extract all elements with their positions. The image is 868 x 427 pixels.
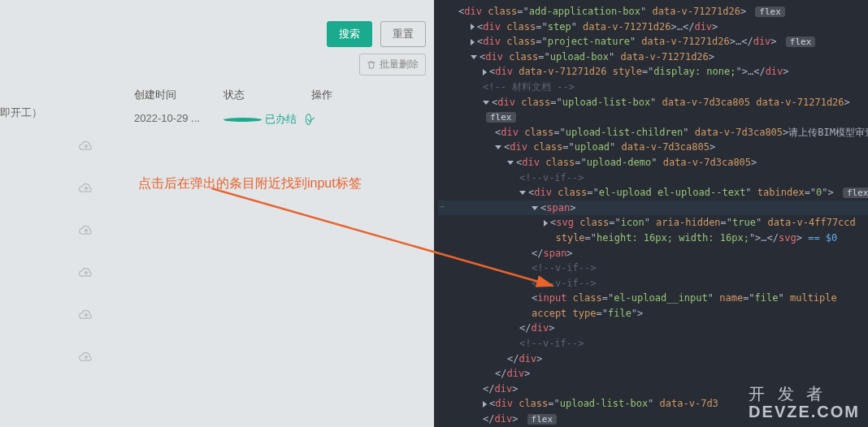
cloud-upload-icon[interactable]	[78, 266, 94, 279]
check-circle-icon	[306, 114, 311, 125]
batch-delete-button[interactable]: 批量删除	[359, 54, 426, 75]
upload-icon-column	[78, 140, 94, 364]
dom-comment[interactable]: <!--v-if-->	[438, 170, 868, 186]
cloud-upload-icon[interactable]	[78, 140, 94, 153]
expand-arrow-icon[interactable]	[544, 220, 548, 226]
flex-badge: flex	[786, 37, 816, 47]
dom-node[interactable]: <div class="step" data-v-71271d26>…</div…	[438, 19, 868, 35]
dom-node[interactable]: <div class="upload-box" data-v-71271d26>	[438, 50, 868, 65]
dom-comment[interactable]: <!-- 材料文档 -->	[438, 80, 868, 95]
col-status: 状态	[224, 88, 311, 102]
dom-node[interactable]: <svg class="icon" aria-hidden="true" dat…	[438, 215, 868, 231]
collapse-arrow-icon[interactable]	[532, 206, 538, 210]
cloud-upload-icon[interactable]	[78, 351, 94, 364]
dom-node-cont[interactable]: style="height: 16px; width: 16px;">…</sv…	[438, 231, 868, 246]
collapse-arrow-icon[interactable]	[507, 161, 514, 165]
expand-arrow-icon[interactable]	[483, 69, 487, 75]
dom-node-close[interactable]: </div>	[438, 352, 868, 367]
collapse-arrow-icon[interactable]	[495, 145, 501, 149]
dom-node[interactable]: <div class="upload-list-children" data-v…	[438, 125, 868, 140]
cloud-upload-icon[interactable]	[78, 308, 94, 321]
app-background: 即开工） ✕ 搜索 重置 批量删除 创建时间 状态 操作 2022-10-29 …	[0, 0, 434, 427]
elements-tree[interactable]: <div class="add-application-box" data-v-…	[434, 4, 868, 427]
col-created: 创建时间	[134, 88, 224, 102]
dom-node-close[interactable]: </div>	[438, 321, 868, 336]
flex-badge: flex	[843, 188, 868, 198]
devtools-panel[interactable]: <div class="add-application-box" data-v-…	[434, 0, 868, 427]
dom-comment[interactable]: <!--v-if-->	[438, 276, 868, 291]
flex-badge: flex	[527, 414, 558, 425]
cloud-upload-icon[interactable]	[78, 224, 94, 237]
expand-arrow-icon[interactable]	[483, 401, 487, 408]
annotation-text: 点击后在弹出的条目附近找到input标签	[138, 175, 362, 192]
dom-node-input-cont[interactable]: accept type="file">	[438, 306, 868, 321]
watermark: 开 发 者 DEVZE.COM	[749, 385, 860, 421]
flex-badge: flex	[755, 6, 785, 17]
status-text: 已办结	[265, 112, 302, 127]
watermark-en: DEVZE.COM	[749, 403, 860, 421]
dom-comment[interactable]: <!--v-if-->	[438, 261, 868, 276]
dom-node[interactable]: <div data-v-71271d26 style="display: non…	[438, 64, 868, 80]
dom-node[interactable]: <div class="el-upload el-upload--text" t…	[438, 185, 868, 201]
button-group: 搜索 重置	[327, 21, 434, 47]
dom-node-close[interactable]: </span>	[438, 246, 868, 261]
side-text: 即开工）	[0, 106, 42, 120]
collapse-arrow-icon[interactable]	[471, 55, 477, 59]
gutter-dots-icon[interactable]: ⋯	[434, 201, 450, 214]
dom-node-close[interactable]: </div>	[438, 366, 868, 382]
dom-node[interactable]: <div class="upload-demo" data-v-7d3ca805…	[438, 155, 868, 170]
dom-node[interactable]: <div class="upload-list-box" data-v-7d3c…	[438, 95, 868, 110]
status-dot-icon	[224, 118, 262, 122]
dom-node[interactable]: <div class="project-nature" data-v-71271…	[438, 34, 868, 50]
dom-node[interactable]: <div class="upload" data-v-7d3ca805>	[438, 140, 868, 155]
flex-badge-row: flex	[438, 110, 868, 125]
watermark-cn: 开 发 者	[749, 385, 860, 403]
cell-date: 2022-10-29 ...	[134, 112, 224, 127]
dom-node-selected[interactable]: ⋯<span>	[438, 201, 868, 216]
table-row: 2022-10-29 ... 已办结	[134, 112, 311, 127]
cloud-upload-icon[interactable]	[78, 182, 94, 195]
collapse-arrow-icon[interactable]	[483, 101, 489, 105]
batch-delete-label: 批量删除	[380, 58, 419, 71]
collapse-arrow-icon[interactable]	[519, 191, 526, 195]
cell-status: 已办结	[224, 112, 311, 127]
trash-icon	[367, 60, 376, 70]
dom-comment[interactable]: <!--v-if-->	[438, 336, 868, 352]
dom-node[interactable]: <div class="add-application-box" data-v-…	[438, 4, 868, 19]
col-action: 操作	[311, 88, 360, 102]
dom-node-input[interactable]: <input class="el-upload__input" name="fi…	[438, 291, 868, 306]
reset-button[interactable]: 重置	[380, 21, 426, 47]
expand-arrow-icon[interactable]	[471, 39, 475, 45]
table-header: 创建时间 状态 操作	[134, 88, 360, 102]
search-button[interactable]: 搜索	[327, 21, 372, 47]
expand-arrow-icon[interactable]	[471, 24, 475, 30]
